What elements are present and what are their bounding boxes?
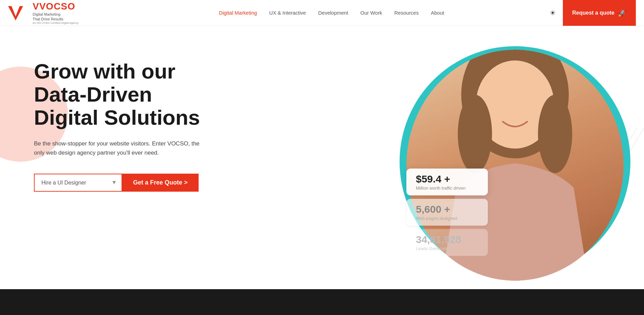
request-quote-label: Request a quote: [572, 10, 614, 16]
stat-pages-number: 5,600 +: [416, 204, 478, 215]
svg-point-7: [458, 95, 492, 173]
request-quote-button[interactable]: Request a quote 🚀: [563, 0, 636, 26]
hire-select-wrapper: Hire a UI Designer Hire a UX Designer Hi…: [34, 174, 122, 192]
hero-heading-line3: Digital Solutions: [34, 106, 200, 129]
vocso-logo-icon: [8, 5, 29, 21]
header-right: ☀ Request a quote 🚀: [547, 0, 636, 26]
deco-lines-icon: [576, 128, 644, 230]
nav-ux-interactive[interactable]: UX & Interactive: [269, 10, 306, 16]
hero-section: $59.4 + Million worth traffic driven 5,6…: [0, 26, 644, 315]
theme-toggle-button[interactable]: ☀: [547, 7, 559, 19]
nav-resources[interactable]: Resources: [394, 10, 419, 16]
hire-select[interactable]: Hire a UI Designer Hire a UX Designer Hi…: [35, 174, 122, 191]
bottom-bar: [0, 289, 644, 315]
get-quote-label: Get a Free Quote >: [133, 179, 188, 186]
stat-traffic-number: $59.4 +: [416, 173, 478, 185]
svg-line-4: [576, 128, 630, 230]
get-free-quote-button[interactable]: Get a Free Quote >: [122, 174, 199, 192]
cta-area: Hire a UI Designer Hire a UX Designer Hi…: [34, 174, 210, 192]
stat-leads-label: Leads Generated: [416, 246, 478, 251]
main-nav: Digital Marketing UX & Interactive Devel…: [117, 10, 547, 16]
logo-area: VVOCSO Digital Marketing That Drive Resu…: [8, 1, 117, 25]
logo-tagline2: That Drive Results: [33, 17, 78, 21]
stat-leads-number: 34,81,928: [416, 234, 478, 245]
brand-v-highlight: V: [33, 1, 39, 12]
hero-heading-line1: Grow with our: [34, 59, 176, 83]
stat-pages-label: Web pages designed: [416, 216, 478, 221]
nav-our-work[interactable]: Our Work: [361, 10, 382, 16]
svg-line-3: [583, 128, 644, 230]
nav-development[interactable]: Development: [318, 10, 348, 16]
logo-text: VVOCSO Digital Marketing That Drive Resu…: [33, 1, 78, 25]
stats-area: $59.4 + Million worth traffic driven 5,6…: [406, 169, 488, 256]
stat-card-leads: 34,81,928 Leads Generated: [406, 229, 488, 256]
hero-heading-line2: Data-Driven: [34, 83, 152, 106]
hero-content: Grow with our Data-Driven Digital Soluti…: [0, 60, 210, 212]
svg-point-8: [538, 95, 572, 173]
hero-subtext: Be the show-stopper for your website vis…: [34, 139, 210, 157]
stat-card-traffic: $59.4 + Million worth traffic driven: [406, 169, 488, 195]
nav-digital-marketing[interactable]: Digital Marketing: [219, 10, 257, 16]
logo-tagline1: Digital Marketing: [33, 12, 78, 17]
stat-card-pages: 5,600 + Web pages designed: [406, 199, 488, 226]
header: VVOCSO Digital Marketing That Drive Resu…: [0, 0, 644, 26]
nav-about[interactable]: About: [431, 10, 444, 16]
stat-traffic-label: Million worth traffic driven: [416, 186, 478, 191]
brand-name: VVOCSO: [33, 1, 78, 12]
svg-line-2: [576, 128, 637, 230]
logo-cert: An ISO 27001 Certified Digital Agency: [33, 21, 78, 24]
rocket-icon: 🚀: [618, 9, 626, 17]
hero-heading: Grow with our Data-Driven Digital Soluti…: [34, 60, 210, 129]
